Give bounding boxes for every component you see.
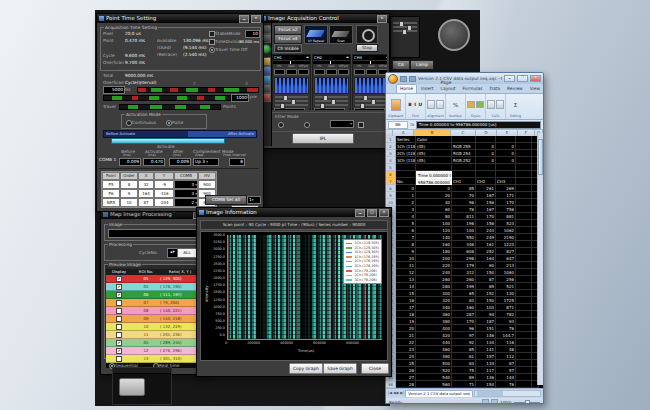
- excel-cell[interactable]: 18: [396, 311, 416, 318]
- excel-cell[interactable]: [476, 164, 496, 171]
- comb-dropdown[interactable]: 3 ▾: [174, 189, 198, 198]
- excel-cell[interactable]: [516, 339, 532, 346]
- excel-cell[interactable]: [516, 290, 532, 297]
- ribbon-tab[interactable]: View: [527, 85, 543, 93]
- excel-cell[interactable]: 4: [396, 213, 416, 220]
- excel-cell[interactable]: 83: [452, 297, 476, 304]
- excel-cell[interactable]: [496, 164, 516, 171]
- excel-cell[interactable]: 151: [476, 325, 496, 332]
- excel-cell[interactable]: 89: [452, 374, 476, 381]
- excel-cell[interactable]: 2Ch (118: [396, 150, 416, 157]
- excel-cell[interactable]: 24: [396, 353, 416, 360]
- align-icon[interactable]: [436, 100, 444, 109]
- info-close-button[interactable]: ✕: [379, 209, 389, 217]
- excel-cell[interactable]: 1060: [496, 269, 516, 276]
- excel-cell[interactable]: [452, 136, 476, 143]
- excel-cell[interactable]: 608: [452, 248, 476, 255]
- excel-cell[interactable]: [452, 171, 476, 178]
- info-minimize-button[interactable]: ▁: [355, 209, 365, 217]
- excel-cell[interactable]: 21: [396, 332, 416, 339]
- excel-cell[interactable]: 96: [452, 199, 476, 206]
- excel-cell[interactable]: [496, 136, 516, 143]
- ribbon-tab[interactable]: Formulas: [459, 85, 485, 93]
- excel-cell[interactable]: 96: [452, 325, 476, 332]
- excel-cell[interactable]: 26: [396, 367, 416, 374]
- excel-cell[interactable]: 0: [496, 143, 516, 150]
- comb-dropdown[interactable]: 2 ▾: [174, 198, 198, 207]
- excel-cell[interactable]: 16: [396, 297, 416, 304]
- excel-row-header[interactable]: 3: [386, 150, 396, 157]
- stablemode-spinner[interactable]: 10: [245, 30, 260, 38]
- excel-cell[interactable]: [516, 220, 532, 227]
- filter-checkbox[interactable]: [358, 122, 364, 128]
- excel-cell[interactable]: [516, 206, 532, 213]
- offset-slider[interactable]: [280, 103, 285, 109]
- excel-cell[interactable]: (45): [416, 143, 452, 150]
- excel-cell[interactable]: [516, 367, 532, 374]
- excel-cell[interactable]: 260: [452, 276, 476, 283]
- excel-cell[interactable]: 170: [452, 318, 476, 325]
- roi-display-checkbox[interactable]: ✔: [106, 348, 132, 354]
- excel-cell[interactable]: 90: [476, 262, 496, 269]
- excel-cell[interactable]: 8: [396, 241, 416, 248]
- excel-cell[interactable]: [516, 150, 532, 157]
- name-box[interactable]: B6: [388, 121, 408, 129]
- excel-cell[interactable]: 360: [416, 311, 452, 318]
- excel-cell[interactable]: 540: [416, 374, 452, 381]
- gain-value[interactable]: [366, 69, 377, 75]
- excel-cell[interactable]: [516, 269, 532, 276]
- ribbon-group-editing[interactable]: ΣEditing: [506, 94, 525, 119]
- excel-cell[interactable]: 103: [476, 304, 496, 311]
- excel-cell[interactable]: 287: [452, 311, 476, 318]
- excel-cell[interactable]: 141: [476, 346, 496, 353]
- excel-cell[interactable]: 827: [496, 248, 516, 255]
- excel-cell[interactable]: 550: [452, 234, 476, 241]
- pixel-interval-value[interactable]: 8: [229, 158, 245, 166]
- excel-cell[interactable]: 9: [396, 248, 416, 255]
- excel-cell[interactable]: 150: [476, 269, 496, 276]
- before-value[interactable]: 0.009: [119, 158, 141, 166]
- excel-cell[interactable]: 1: [396, 192, 416, 199]
- excel-cell[interactable]: 179: [452, 262, 476, 269]
- acq-titlebar[interactable]: Image Acquisition Control ✕: [259, 14, 389, 23]
- excel-cell[interactable]: 1062: [496, 227, 516, 234]
- excel-cell[interactable]: 154: [476, 381, 496, 388]
- excel-cell[interactable]: [516, 136, 532, 143]
- excel-cell[interactable]: 167: [476, 206, 496, 213]
- area-dropdown[interactable]: Up 3 ▾: [193, 158, 219, 166]
- excel-minimize-button[interactable]: ▁: [504, 75, 515, 82]
- percent-format-icon[interactable]: %: [453, 102, 458, 108]
- ribbon-group-font[interactable]: B I UFont: [406, 94, 426, 119]
- excel-cell[interactable]: 1725: [496, 297, 516, 304]
- excel-cell[interactable]: 7: [396, 234, 416, 241]
- excel-cell[interactable]: 156: [476, 199, 496, 206]
- excel-cell[interactable]: 93: [496, 318, 516, 325]
- excel-cell[interactable]: 171: [496, 192, 516, 199]
- excel-cell[interactable]: 249: [476, 234, 496, 241]
- excel-cell[interactable]: 100: [416, 220, 452, 227]
- excel-cell[interactable]: 170: [496, 199, 516, 206]
- excel-cell[interactable]: 260: [416, 276, 452, 283]
- excel-cell[interactable]: 2: [396, 199, 416, 206]
- excel-cell[interactable]: 1223: [496, 241, 516, 248]
- ribbon-group-alignment[interactable]: Alignment: [426, 94, 446, 119]
- dye-dropdown[interactable]: ▾: [314, 108, 345, 111]
- excel-cell[interactable]: CH2: [476, 178, 496, 185]
- excel-row-header[interactable]: 8: [386, 185, 396, 192]
- excel-cell[interactable]: 57: [496, 367, 516, 374]
- excel-cell[interactable]: 10: [396, 255, 416, 262]
- excel-cell[interactable]: 480: [416, 353, 452, 360]
- excel-cell[interactable]: 400: [416, 325, 452, 332]
- excel-cell[interactable]: [516, 157, 532, 164]
- excel-row-header[interactable]: 1: [386, 136, 396, 143]
- excel-cell[interactable]: 80: [416, 213, 452, 220]
- excel-cell[interactable]: RGB 255: [452, 143, 476, 150]
- excel-cell[interactable]: 60: [416, 206, 452, 213]
- excel-cell[interactable]: 75: [452, 367, 476, 374]
- excel-cell[interactable]: Time 0.000000 to: [416, 171, 452, 178]
- gain-value[interactable]: [326, 69, 337, 75]
- excel-cell[interactable]: 20: [416, 192, 452, 199]
- offset-value[interactable]: [298, 69, 309, 75]
- ch-visible-button[interactable]: Ch Visible: [274, 44, 302, 53]
- excel-cell[interactable]: 0: [476, 143, 496, 150]
